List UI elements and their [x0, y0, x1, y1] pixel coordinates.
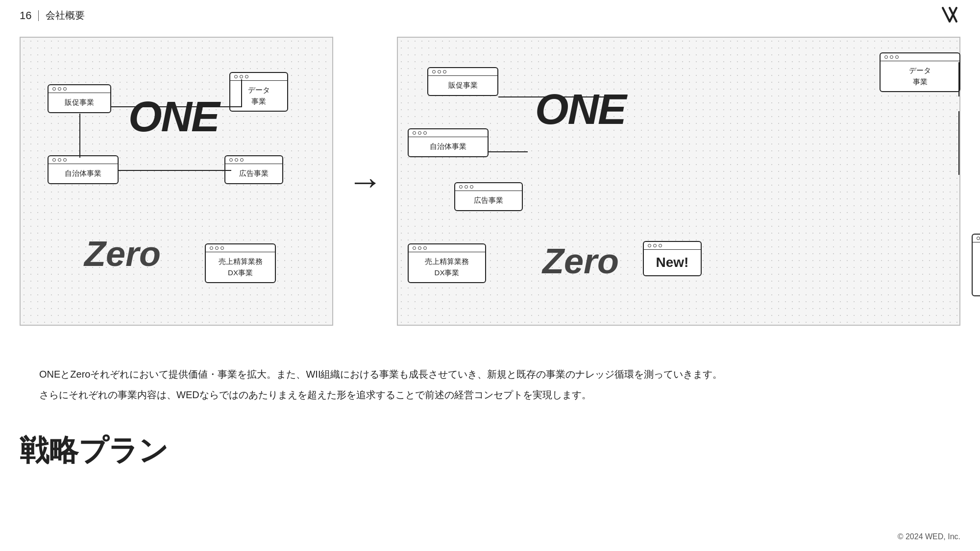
conn-l3 [79, 114, 80, 158]
dot2 [653, 244, 657, 247]
right-data-card: データ事業 [880, 52, 960, 92]
description-line1: ONEとZeroそれぞれにおいて提供価値・事業を拡大。また、WII組織における事… [39, 365, 941, 383]
right-koko-header [455, 183, 522, 191]
right-uriage-header [409, 244, 485, 252]
left-hanso-header [49, 85, 110, 93]
dot2 [235, 158, 238, 162]
right-jichi-header [409, 129, 488, 137]
arrow-icon: → [347, 164, 383, 199]
new-product-card: NewProduct [972, 234, 980, 296]
right-hanso-header [428, 68, 497, 76]
dot3 [470, 185, 473, 189]
right-diagram: ONE 販促事業 データ事業 [397, 37, 960, 326]
description-section: ONEとZeroそれぞれにおいて提供価値・事業を拡大。また、WII組織における事… [39, 365, 941, 406]
left-koko-header [225, 156, 282, 164]
dot2 [890, 55, 893, 59]
copyright: © 2024 WED, Inc. [898, 532, 960, 541]
right-jichi-label: 自治体事業 [409, 137, 488, 156]
dot2 [58, 87, 61, 91]
arrow-container: → [333, 37, 397, 326]
dot1 [234, 75, 238, 78]
dot2 [215, 246, 219, 250]
left-uriage-header [206, 244, 275, 252]
right-jichi-card: 自治体事業 [408, 128, 489, 157]
right-data-header [881, 53, 959, 61]
new-badge-zero-label: New! [644, 250, 701, 275]
right-hanso-card: 販促事業 [427, 67, 498, 96]
new-badge-zero-header [644, 242, 701, 250]
dot3 [443, 70, 446, 73]
dot1 [52, 158, 56, 162]
description-line2: さらにそれぞれの事業内容は、WEDならではのあたりまえを超えた形を追求することで… [39, 385, 941, 404]
dot2 [240, 75, 243, 78]
right-zero-label: Zero [542, 241, 619, 281]
new-product-header [973, 235, 980, 242]
header-divider [38, 10, 39, 21]
dot3 [220, 246, 224, 250]
new-badge-zero: New! [643, 241, 702, 276]
conn-r4 [958, 111, 959, 175]
dot2 [418, 246, 421, 250]
right-koko-card: 広告事業 [454, 182, 523, 211]
left-uriage-card: 売上精算業務DX事業 [205, 243, 276, 283]
conn-l4 [119, 170, 231, 171]
dot2 [465, 185, 468, 189]
dot3 [240, 158, 244, 162]
left-jichi-header [49, 156, 118, 164]
dot2 [438, 70, 441, 73]
dot1 [52, 87, 56, 91]
left-one-label: ONE [128, 92, 219, 142]
right-uriage-label: 売上精算業務DX事業 [409, 252, 485, 282]
dot1 [229, 158, 233, 162]
right-hanso-label: 販促事業 [428, 76, 497, 95]
conn-l2 [241, 79, 242, 107]
left-hanso-card: 販促事業 [48, 84, 111, 113]
main-content: ONE 販促事業 データ事業 [20, 32, 960, 551]
page-title: 会社概要 [46, 9, 85, 22]
left-koko-card: 広告事業 [224, 155, 283, 184]
dot1 [413, 131, 416, 135]
dot2 [418, 131, 421, 135]
left-data-header [230, 73, 287, 81]
diagrams-row: ONE 販促事業 データ事業 [20, 32, 960, 326]
dot1 [210, 246, 213, 250]
dot1 [977, 237, 980, 240]
dot1 [648, 244, 651, 247]
dot2 [58, 158, 61, 162]
dot1 [459, 185, 463, 189]
logo-icon [939, 6, 960, 24]
dot3 [423, 246, 427, 250]
left-jichi-label: 自治体事業 [49, 164, 118, 183]
left-hanso-label: 販促事業 [49, 93, 110, 112]
dot3 [895, 55, 899, 59]
dot1 [413, 246, 416, 250]
conn-r3 [489, 151, 528, 152]
left-jichi-card: 自治体事業 [48, 155, 119, 184]
new-product-label: NewProduct [973, 242, 980, 295]
dot3 [423, 131, 427, 135]
left-data-card: データ事業 [229, 72, 288, 112]
dot3 [63, 158, 67, 162]
dot1 [884, 55, 888, 59]
conn-r1 [498, 96, 611, 97]
right-koko-label: 広告事業 [455, 191, 522, 210]
dot3 [659, 244, 662, 247]
dot1 [432, 70, 436, 73]
left-koko-label: 広告事業 [225, 164, 282, 183]
left-diagram: ONE 販促事業 データ事業 [20, 37, 333, 326]
page-number: 16 [20, 9, 31, 22]
right-one-label: ONE [535, 84, 626, 134]
conn-l1 [111, 106, 241, 107]
section-heading: 戦略プラン [20, 431, 168, 471]
header: 16 会社概要 [0, 9, 980, 22]
dot3 [245, 75, 248, 78]
dot3 [63, 87, 67, 91]
logo-area [939, 6, 960, 25]
conn-r2 [958, 62, 959, 96]
left-zero-label: Zero [84, 234, 161, 274]
left-uriage-label: 売上精算業務DX事業 [206, 252, 275, 282]
right-uriage-card: 売上精算業務DX事業 [408, 243, 486, 283]
right-data-label: データ事業 [881, 61, 959, 91]
